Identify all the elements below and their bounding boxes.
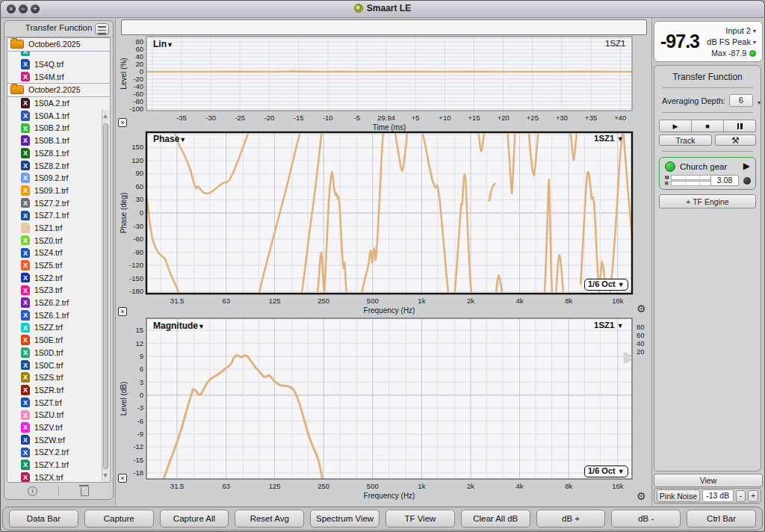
pink-noise-button[interactable]: Pink Noise xyxy=(657,489,700,502)
file-icon: X xyxy=(21,460,30,470)
toolbar-button-capture[interactable]: Capture xyxy=(84,510,154,528)
file-label: 1SZ4.trf xyxy=(34,248,62,257)
file-row[interactable]: X1SZR.trf xyxy=(7,384,110,397)
phase-band-selector[interactable]: 1/6 Oct ▼ xyxy=(584,279,628,291)
input-selector[interactable]: Input 2▾ xyxy=(725,26,756,35)
scroll-up-icon[interactable] xyxy=(103,114,108,118)
level-minus-button[interactable]: - xyxy=(736,490,746,502)
magnitude-band-selector[interactable]: 1/6 Oct ▼ xyxy=(584,466,628,477)
file-row[interactable]: X1SZ6.1.trf xyxy=(7,309,110,321)
file-row[interactable]: X1S09.2.trf xyxy=(7,172,110,185)
magnitude-trace-selector[interactable]: 1SZ1 ▼ xyxy=(594,321,624,330)
file-row[interactable]: X1SZT.trf xyxy=(7,396,110,409)
toolbar-button-db-[interactable]: dB - xyxy=(611,510,681,528)
sidebar-menu-button[interactable] xyxy=(95,23,109,35)
file-row[interactable]: X1SZ8.1.trf xyxy=(7,147,110,160)
file-row[interactable]: X1S4Q.trf xyxy=(7,58,110,71)
svg-text:4k: 4k xyxy=(516,482,524,490)
phase-close-button[interactable]: × xyxy=(118,307,127,316)
engine-play-button[interactable]: ▶ xyxy=(743,161,750,171)
info-button[interactable]: i xyxy=(7,484,58,498)
svg-text:-30: -30 xyxy=(205,114,216,122)
svg-text:90: 90 xyxy=(135,169,143,177)
lin-close-button[interactable]: × xyxy=(118,118,127,127)
add-tf-engine-button[interactable]: + TF Engine xyxy=(659,194,756,208)
file-row[interactable]: X1S09.1.trf xyxy=(7,185,110,197)
file-icon: X xyxy=(21,185,30,196)
list-item-partial[interactable]: X xyxy=(7,52,110,58)
coherence-marker-icon[interactable] xyxy=(625,353,633,363)
file-row[interactable]: X1SZ6.2.trf xyxy=(7,297,110,309)
file-row[interactable]: 1SZ1.trf xyxy=(7,222,110,235)
phase-chart-title[interactable]: Phase▼ xyxy=(153,134,186,144)
file-row[interactable]: X1SZ2.trf xyxy=(7,271,110,284)
toolbar-button-ctrl-bar[interactable]: Ctrl Bar xyxy=(687,510,756,528)
toolbar-button-db-[interactable]: dB + xyxy=(536,510,606,528)
toolbar-button-capture-all[interactable]: Capture All xyxy=(160,510,229,528)
file-row[interactable]: X1S0C.trf xyxy=(7,359,110,371)
toolbar-button-tf-view[interactable]: TF View xyxy=(385,510,455,528)
lin-chart-title[interactable]: Lin▼ xyxy=(153,39,173,49)
file-row[interactable]: X1SZZ.trf xyxy=(7,321,110,334)
file-row[interactable]: X1S0E.trf xyxy=(7,334,110,347)
level-plus-button[interactable]: + xyxy=(748,490,758,502)
scroll-down-icon[interactable] xyxy=(103,474,108,477)
file-row[interactable]: X1SZS.trf xyxy=(7,371,110,384)
file-row[interactable]: X1S0A.1.trf xyxy=(7,109,110,122)
file-row[interactable]: X1S0B.1.trf xyxy=(7,134,110,147)
file-row[interactable]: X1S4M.trf xyxy=(7,70,110,84)
file-row[interactable]: X1SZV.trf xyxy=(7,421,110,434)
file-row[interactable]: X1S0A.2.trf xyxy=(7,97,110,110)
tf-engine-box[interactable]: Church gear ▶ M R 3.08 xyxy=(659,157,756,190)
view-button[interactable]: View xyxy=(654,474,763,487)
engine-delay-value[interactable]: 3.08 xyxy=(710,175,739,186)
scrollbar-thumb[interactable] xyxy=(103,123,108,469)
magnitude-chart-svg[interactable]: 15129630-3-6-9-12-15-1831.5631252505001k… xyxy=(116,316,651,506)
folder-row[interactable]: October2.2025 xyxy=(7,84,110,97)
delete-button[interactable] xyxy=(59,484,111,498)
file-row[interactable]: X1SZ5.trf xyxy=(7,259,110,272)
file-icon: X xyxy=(21,260,30,270)
file-row[interactable]: X1SZU.trf xyxy=(7,409,110,421)
folder-row[interactable]: October6.2025 xyxy=(7,38,110,52)
tools-button[interactable]: ⚒ xyxy=(715,134,756,146)
phase-settings-gear-icon[interactable]: ⚙ xyxy=(637,303,646,314)
phase-trace-selector[interactable]: 1SZ1 ▼ xyxy=(594,134,624,143)
list-scrollbar[interactable] xyxy=(102,110,109,481)
file-row[interactable]: X1S0D.trf xyxy=(7,347,110,359)
toolbar-button-spectrum-view[interactable]: Spectrum View xyxy=(310,510,380,528)
toolbar-button-data-bar[interactable]: Data Bar xyxy=(9,510,78,528)
averaging-depth-label: Averaging Depth: xyxy=(662,96,725,105)
toolbar-button-clear-all-db[interactable]: Clear All dB xyxy=(461,510,530,528)
svg-text:-180: -180 xyxy=(129,287,143,295)
phase-chart-svg[interactable]: 1501209060300-30-60-90-120-150-18031.563… xyxy=(116,129,651,315)
meter-mode-selector[interactable]: dB FS Peak▾ xyxy=(707,37,756,46)
chart-area: 806040200-20-40-60-80-100-35-30-25-20-15… xyxy=(115,19,652,506)
file-row[interactable]: X1S0B.2.trf xyxy=(7,122,110,134)
file-row[interactable]: X1SZ4.trf xyxy=(7,247,110,259)
magnitude-settings-gear-icon[interactable]: ⚙ xyxy=(637,491,646,501)
file-row[interactable]: X1SZ7.1.trf xyxy=(7,209,110,222)
file-row[interactable]: X1SZW.trf xyxy=(7,433,110,446)
trf-file-list[interactable]: October6.2025XX1S4Q.trfX1S4M.trfOctober2… xyxy=(7,37,111,483)
engine-record-button[interactable] xyxy=(743,177,751,185)
toolbar-button-reset-avg[interactable]: Reset Avg xyxy=(235,510,304,528)
bottom-toolbar: Data BarCaptureCapture AllReset AvgSpect… xyxy=(2,507,763,531)
file-row[interactable]: X1SZ8.2.trf xyxy=(7,159,110,172)
averaging-depth-select[interactable]: 6▾ xyxy=(729,94,753,107)
file-row[interactable]: X1SZY.2.trf xyxy=(7,446,110,459)
svg-text:-20: -20 xyxy=(264,114,275,122)
control-panel: -97.3 Input 2▾ dB FS Peak▾ Max -87.9 Tra… xyxy=(652,19,764,506)
file-row[interactable]: X1SZ7.2.trf xyxy=(7,197,110,209)
magnitude-chart-title[interactable]: Magnitude▼ xyxy=(153,321,205,331)
stop-button[interactable]: ■ xyxy=(692,120,724,132)
file-row[interactable]: X1SZY.1.trf xyxy=(7,459,110,471)
file-label: 1S4Q.trf xyxy=(34,60,64,69)
file-row[interactable]: X1SZ3.trf xyxy=(7,284,110,297)
magnitude-close-button[interactable]: × xyxy=(118,474,127,483)
file-row[interactable]: X1SZX.trf xyxy=(7,471,110,483)
track-button[interactable]: Track xyxy=(659,134,712,146)
play-button[interactable]: ▶ xyxy=(660,120,692,132)
pause-button[interactable] xyxy=(724,120,755,132)
file-row[interactable]: X1SZ0.trf xyxy=(7,234,110,247)
